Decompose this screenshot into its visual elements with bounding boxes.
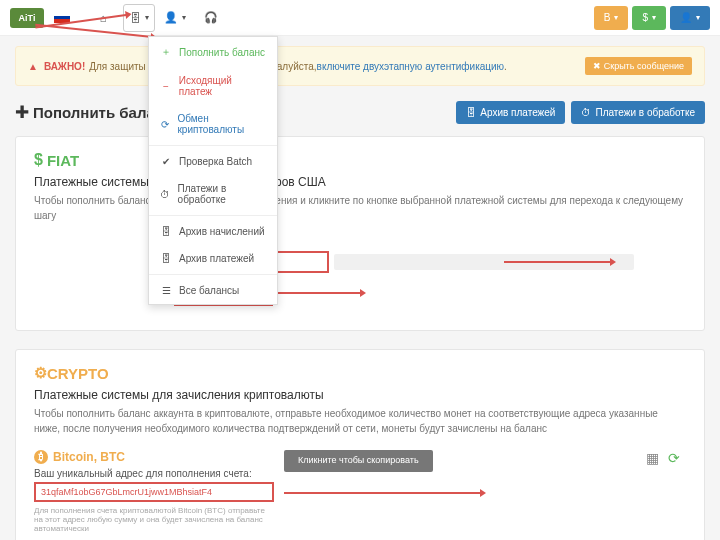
dd-balances[interactable]: ☰Все балансы xyxy=(149,277,277,304)
alert-warn: ВАЖНО! xyxy=(44,61,85,72)
crypto-subtitle: Платежные системы для зачисления криптов… xyxy=(34,388,686,402)
alert-2fa-link[interactable]: включите двухэтапную аутентификацию xyxy=(317,61,505,72)
fiat-subtitle: Платежные системы дл ой валюты - Долларо… xyxy=(34,175,686,189)
archive-icon: 🗄 xyxy=(466,107,476,118)
topbar: AiTi ⌂ 🗄 ▾ 👤 ▾ 🎧 B▾ $▾ 👤▾ ＋Пополнить бал… xyxy=(0,0,720,36)
dd-processing[interactable]: ⏱Платежи в обработке xyxy=(149,175,277,213)
dd-batch[interactable]: ✔Проверка Batch xyxy=(149,148,277,175)
clock-icon: ⏱ xyxy=(581,107,591,118)
archive-button[interactable]: 🗄Архив платежей xyxy=(456,101,565,124)
user-menu-button[interactable]: 👤 ▾ xyxy=(159,4,191,32)
wallet-dropdown: ＋Пополнить баланс −Исходящий платеж ⟳Обм… xyxy=(148,36,278,305)
copy-button[interactable]: Кликните чтобы скопировать xyxy=(284,450,433,472)
fiat-desc: Чтобы пополнить баланс акк укажите сумму… xyxy=(34,193,686,223)
dollar-icon: $ xyxy=(34,151,43,169)
fiat-heading: $FIAT xyxy=(34,151,686,169)
annotation-arrow xyxy=(504,261,614,263)
alert-hide-button[interactable]: ✖ Скрыть сообщение xyxy=(585,57,692,75)
pill-user[interactable]: 👤▾ xyxy=(670,6,710,30)
dd-outgoing[interactable]: −Исходящий платеж xyxy=(149,67,277,105)
processing-button[interactable]: ⏱Платежи в обработке xyxy=(571,101,705,124)
dd-accruals[interactable]: 🗄Архив начислений xyxy=(149,218,277,245)
warning-icon: ▲ xyxy=(28,61,38,72)
btc-hint: Для пополнения счета криптовалютой Bitco… xyxy=(34,506,274,533)
fiat-card: $FIAT Платежные системы дл ой валюты - Д… xyxy=(15,136,705,331)
annotation-arrow xyxy=(274,292,364,294)
page-header: ✚ Пополнить баланс 🗄Архив платежей ⏱Плат… xyxy=(15,101,705,124)
security-alert: ▲ ВАЖНО! Для защиты досту ожалуйста, вкл… xyxy=(15,46,705,86)
crypto-heading: ⚙CRYPTO xyxy=(34,364,686,382)
pill-dollar[interactable]: $▾ xyxy=(632,6,666,30)
reload-icon[interactable]: ⟳ xyxy=(668,450,686,468)
crypto-icon: ⚙ xyxy=(34,364,47,382)
btc-heading: ₿Bitcoin, BTC xyxy=(34,450,274,464)
pill-bitcoin[interactable]: B▾ xyxy=(594,6,629,30)
support-icon[interactable]: 🎧 xyxy=(195,4,227,32)
bitcoin-icon: ₿ xyxy=(34,450,48,464)
btc-addr-label: Ваш уникальный адрес для пополнения счет… xyxy=(34,468,274,479)
annotation-arrow xyxy=(284,492,484,494)
plus-icon: ✚ xyxy=(15,102,29,123)
qr-icon[interactable]: ▦ xyxy=(646,450,664,468)
crypto-desc: Чтобы пополнить баланс аккаунта в крипто… xyxy=(34,406,686,436)
dd-payments[interactable]: 🗄Архив платежей xyxy=(149,245,277,272)
crypto-card: ⚙CRYPTO Платежные системы для зачисления… xyxy=(15,349,705,540)
dd-topup[interactable]: ＋Пополнить баланс xyxy=(149,37,277,67)
dd-exchange[interactable]: ⟳Обмен криптовалюты xyxy=(149,105,277,143)
btc-address-input[interactable] xyxy=(34,482,274,502)
